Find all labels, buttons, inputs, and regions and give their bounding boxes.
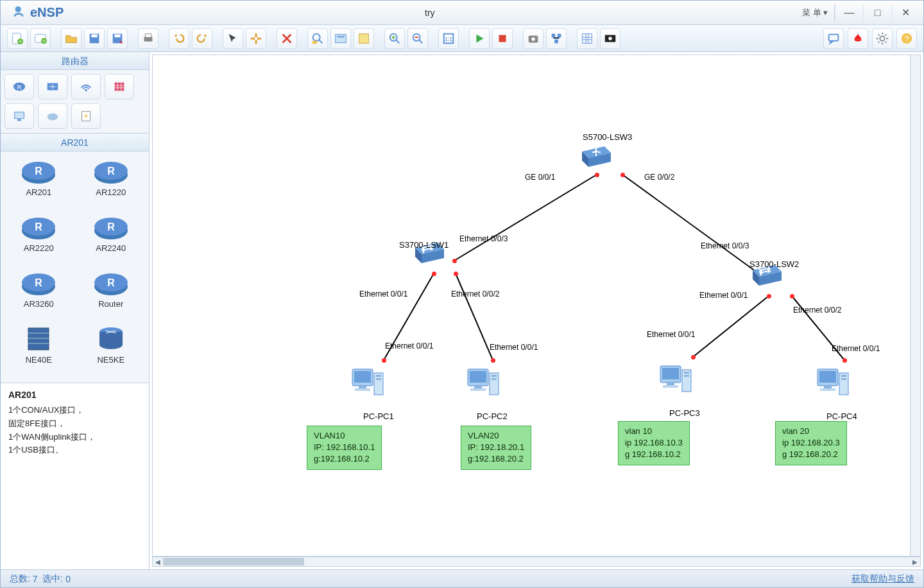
- category-firewall[interactable]: [105, 74, 134, 99]
- tool-delete[interactable]: [277, 28, 297, 49]
- tool-new[interactable]: +: [7, 28, 28, 49]
- vlan-info-box[interactable]: vlan 20ip 192.168.20.3g 192.168.20.2: [775, 421, 847, 465]
- topology-canvas[interactable]: GE 0/0/1Ethernet 0/0/3GE 0/0/2Ethernet 0…: [152, 55, 921, 557]
- tool-saveas[interactable]: [107, 28, 128, 49]
- tool-save[interactable]: [84, 28, 105, 49]
- device-item-ne40e[interactable]: NE40E: [6, 324, 72, 377]
- category-wireless[interactable]: [71, 74, 101, 99]
- tool-redo[interactable]: [192, 28, 212, 49]
- tool-inspect[interactable]: [307, 28, 328, 49]
- svg-rect-15: [312, 40, 317, 44]
- category-cloud[interactable]: [38, 103, 67, 129]
- print-icon: [141, 31, 155, 46]
- node-pc4[interactable]: [815, 365, 851, 404]
- tool-grid[interactable]: [577, 28, 597, 49]
- tool-capture[interactable]: [600, 28, 620, 49]
- port-label: Ethernet 0/0/1: [490, 343, 538, 352]
- port-label: Ethernet 0/0/1: [832, 344, 880, 353]
- pc-icon: [465, 365, 501, 401]
- canvas-hscroll[interactable]: ◀ ▶: [152, 557, 921, 567]
- svg-rect-93: [819, 371, 836, 383]
- device-item-router[interactable]: RRouter: [78, 268, 144, 322]
- node-label: S5700-LSW3: [583, 132, 632, 142]
- tool-pan[interactable]: [246, 28, 266, 49]
- link[interactable]: [693, 296, 769, 357]
- tool-undo[interactable]: [169, 28, 189, 49]
- node-pc2[interactable]: [465, 365, 501, 404]
- tool-layout[interactable]: [546, 28, 567, 49]
- tool-huawei[interactable]: [848, 28, 868, 49]
- tool-chat[interactable]: [823, 28, 844, 49]
- menu-button[interactable]: 菜 单▾: [796, 4, 835, 21]
- svg-rect-27: [558, 33, 561, 37]
- device-item-ne5ke[interactable]: NE5KE: [78, 324, 144, 377]
- device-item-ar3260[interactable]: RAR3260: [6, 268, 72, 322]
- info-box-line: g:192.168.10.2: [314, 453, 375, 465]
- svg-text:R: R: [107, 277, 115, 288]
- svg-rect-63: [28, 328, 49, 350]
- port-label: Ethernet 0/0/1: [385, 342, 433, 350]
- device-item-ar2240[interactable]: RAR2240: [78, 212, 144, 266]
- device-item-label: AR3260: [6, 299, 72, 309]
- category-router[interactable]: R: [4, 74, 34, 99]
- tool-select[interactable]: [223, 28, 243, 49]
- body: 路由器 R AR201 RAR201RAR1220RAR2220RAR2240R…: [1, 52, 923, 569]
- svg-rect-16: [336, 34, 346, 42]
- node-pc3[interactable]: [658, 362, 694, 401]
- tool-open[interactable]: [61, 28, 81, 49]
- vlan-info-box[interactable]: VLAN10IP: 192.168.10.1g:192.168.10.2: [307, 426, 382, 470]
- svg-rect-87: [667, 383, 674, 385]
- category-routing[interactable]: [38, 74, 67, 99]
- pc-icon: [815, 365, 851, 401]
- device-item-ar1220[interactable]: RAR1220: [78, 157, 144, 210]
- tool-play[interactable]: [469, 28, 490, 49]
- node-pc1[interactable]: [350, 365, 386, 404]
- tool-note[interactable]: [354, 28, 374, 49]
- hscroll-thumb[interactable]: [163, 558, 304, 566]
- close-button[interactable]: ✕: [891, 4, 920, 21]
- scroll-right-icon[interactable]: ▶: [910, 557, 920, 566]
- tool-help[interactable]: ?: [896, 28, 917, 49]
- node-sw3[interactable]: [579, 144, 611, 172]
- tool-text[interactable]: [330, 28, 351, 49]
- tool-stop[interactable]: [492, 28, 513, 49]
- link[interactable]: [456, 273, 493, 360]
- tool-newtopo[interactable]: +: [30, 28, 51, 49]
- maximize-button[interactable]: □: [863, 4, 891, 21]
- link[interactable]: [622, 175, 767, 280]
- tool-zoomout[interactable]: [407, 28, 428, 49]
- tool-settings[interactable]: [872, 28, 893, 49]
- link[interactable]: [454, 175, 597, 261]
- switch-icon: [579, 144, 611, 169]
- help-feedback-link[interactable]: 获取帮助与反馈: [851, 573, 914, 585]
- chevron-down-icon: ▾: [823, 8, 828, 17]
- svg-rect-84: [492, 378, 497, 380]
- info-box-line: vlan 10: [625, 426, 683, 437]
- vlan-info-box[interactable]: vlan 10ip 192.168.10.3g 192.168.10.2: [618, 421, 690, 465]
- category-flash[interactable]: [71, 103, 101, 129]
- category-pc[interactable]: [4, 103, 34, 129]
- vlan-info-box[interactable]: VLAN20IP: 192.18.20.1g:192.168.20.2: [461, 426, 531, 470]
- save-icon: [87, 31, 101, 46]
- tool-print[interactable]: [138, 28, 158, 49]
- snapshot-icon: [526, 31, 540, 46]
- scroll-left-icon[interactable]: ◀: [153, 557, 163, 566]
- device-item-ar201[interactable]: RAR201: [6, 157, 72, 210]
- tool-fit[interactable]: 1:1: [438, 28, 459, 49]
- device-info-line: 1个WAN侧uplink接口，: [8, 431, 141, 444]
- tool-zoomin[interactable]: [384, 28, 405, 49]
- svg-rect-73: [359, 386, 366, 388]
- svg-rect-94: [824, 386, 832, 388]
- svg-text:R: R: [107, 166, 115, 177]
- svg-text:R: R: [17, 84, 22, 91]
- canvas-vscroll[interactable]: [910, 55, 920, 556]
- minimize-button[interactable]: —: [835, 4, 863, 21]
- tool-snapshot[interactable]: [523, 28, 543, 49]
- svg-point-70: [99, 340, 123, 349]
- port-label: Ethernet 0/0/3: [701, 241, 749, 250]
- device-list[interactable]: RAR201RAR1220RAR2220RAR2240RAR3260RRoute…: [1, 151, 149, 383]
- node-label: S3700-LSW2: [749, 259, 799, 269]
- selected-model-title: AR201: [1, 134, 149, 151]
- device-item-ar2220[interactable]: RAR2220: [6, 212, 72, 266]
- firewall-icon: [112, 80, 126, 94]
